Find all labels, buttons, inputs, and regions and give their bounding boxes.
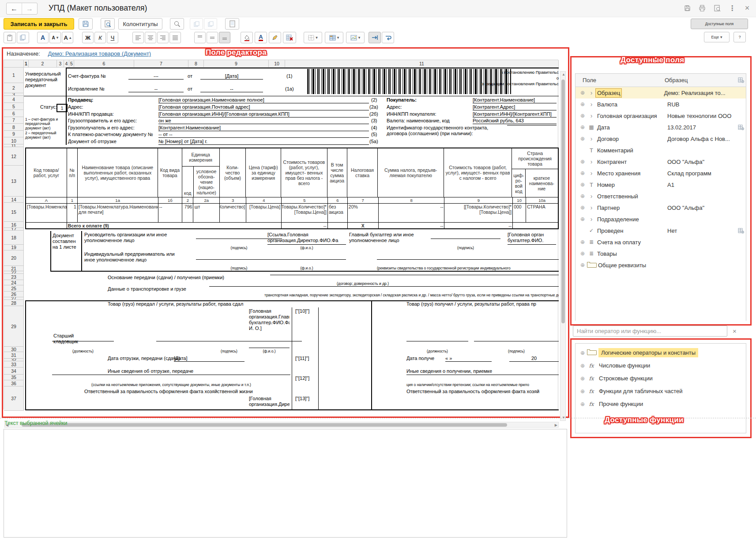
function-row[interactable]: ⊕ fx Числовые функции [575,359,746,372]
column-header-cell[interactable]: 3 [57,60,64,68]
buyer-inn-value[interactable]: [Контрагент.ИНН]/[Контрагент.КПП] [473,111,557,117]
row-header-cell[interactable]: 36 [4,380,24,386]
row-header-cell[interactable]: 29 [4,306,24,347]
expand-plus-icon[interactable]: ⊕ [578,388,587,394]
status-value[interactable]: 1 [56,104,68,112]
row-header-cell[interactable]: 25 [4,285,24,292]
edit-cell-button[interactable] [269,32,281,43]
valign-top-button[interactable] [194,32,206,43]
buyer-addr-value[interactable]: [Контрагент.Адрес] [473,104,557,110]
field-row[interactable]: ⊕ ▦ Дата 13.02.2017 [575,121,746,133]
data-row[interactable]: [Товары.Номенклатура.Код]1 [Товары.Номен… [26,203,558,222]
column-header-cell[interactable]: 4 [64,60,69,68]
editor-vertical-scrollbar[interactable]: ▲ ▼ [560,71,566,421]
headers-footers-button[interactable]: Колонтитулы [118,18,162,30]
forward-button[interactable]: → [22,3,37,14]
row-header-cell[interactable]: 1 [4,68,24,83]
save-icon[interactable] [683,4,692,12]
row-header-cell[interactable]: 10 [4,137,24,144]
column-header-cell[interactable]: 2 [29,60,57,68]
kebab-menu-icon[interactable]: ⋮ [728,4,737,12]
close-icon[interactable]: × [743,4,752,12]
function-row[interactable]: ⊕ fx Строковые функции [575,372,746,385]
horizontal-scroll-thumb[interactable] [22,423,507,427]
scroll-right-icon[interactable]: ▶ [555,423,557,427]
valign-middle-button[interactable] [207,32,218,43]
expand-plus-icon[interactable]: ⊕ [578,250,587,257]
row-header-cell[interactable]: 6 [4,110,24,117]
align-justify-button[interactable] [169,32,181,43]
field-row[interactable]: ⊕ ≣ Товары [575,248,746,259]
expand-plus-icon[interactable]: ⊕ [578,193,587,199]
print-icon[interactable] [698,4,707,12]
copy-format-button[interactable] [17,32,29,43]
merge-cells-dropdown[interactable]: ▾ [325,32,343,43]
expand-plus-icon[interactable]: ⊕ [578,101,587,107]
row-header-cell[interactable]: 4 [4,96,24,103]
align-right-button[interactable] [157,32,169,43]
expand-plus-icon[interactable]: ⊕ [578,205,587,211]
expand-plus-icon[interactable]: ⊕ [578,170,587,176]
invoice-value[interactable]: --- [128,73,184,80]
template-editor-area[interactable]: Поле редактора Назначение: Демо: Реализа… [2,47,569,418]
keeper-fio[interactable]: [Головная организация.Главный бухгалтер.… [249,308,290,348]
field-row[interactable]: ⊕ › Валюта RUB [575,99,746,110]
column-header-cell[interactable] [4,60,24,68]
col-sample-header[interactable]: Образец [665,77,736,83]
configure-icon[interactable] [736,125,746,130]
responsible-fio[interactable]: [Головная организация.Директор.ФИО.Фами [249,396,290,410]
correction-date[interactable]: -- [200,86,263,92]
expand-plus-icon[interactable]: ⊕ [578,182,587,188]
configure-icon[interactable] [736,77,746,83]
page-setup-button[interactable] [225,18,239,30]
expand-plus-icon[interactable]: ⊕ [578,350,587,356]
column-header-cell[interactable]: 6 [74,60,134,68]
row-header-cell[interactable]: 37 [4,386,24,411]
receive-date-quotes[interactable]: « » [445,356,492,362]
align-left-button[interactable] [132,32,144,43]
expand-plus-icon[interactable]: ⊕ [578,239,587,245]
column-header-cell[interactable]: 1 [24,60,29,68]
row-header-cell[interactable]: 18 [4,231,24,245]
row-header-cell[interactable]: 16 [4,222,24,228]
receive-year[interactable]: 20 [509,356,559,362]
assignment-link[interactable]: Демо: Реализация товаров (Документ) [48,50,151,57]
italic-button[interactable]: К [94,32,106,43]
expand-plus-icon[interactable]: ⊕ [578,90,587,96]
find-button[interactable] [170,18,184,30]
cell-text-area[interactable] [4,429,567,538]
row-header-cell[interactable]: 34 [4,368,24,375]
expand-plus-icon[interactable]: ⊕ [578,124,587,130]
row-header-cell[interactable]: 7 [4,117,24,124]
more-button[interactable]: Еще▾ [704,32,730,42]
function-search-input[interactable] [573,326,727,337]
row-header-cell[interactable]: 8 [4,124,24,131]
function-row[interactable]: ⊕ fx Прочие функции [575,398,746,410]
invoice-date[interactable]: [Дата] [200,73,263,80]
preview-icon[interactable] [713,4,722,12]
currency-value[interactable]: Российский рубль, 643 [473,118,557,124]
row-header-cell[interactable]: 24 [4,280,24,285]
ship-date-value[interactable]: [Дата] [174,356,244,362]
field-row[interactable]: ⊕ T Номер А1 [575,179,746,190]
row-header-cell[interactable]: 20 [4,250,24,266]
copy-doc-button[interactable] [190,18,203,30]
preview-button[interactable] [101,18,115,30]
expand-plus-icon[interactable]: ⊕ [578,216,587,222]
expand-plus-icon[interactable]: ⊕ [578,262,587,268]
column-header-cell[interactable]: 11 [285,60,559,68]
clear-search-icon[interactable]: × [733,327,737,335]
valign-bottom-button[interactable] [219,32,230,43]
field-row[interactable]: ⊕ › Партнер ООО "Альфа" [575,202,746,213]
available-fields-toggle[interactable]: Доступные поля [691,19,748,29]
row-header-cell[interactable]: 5 [4,103,24,110]
configure-icon[interactable] [736,228,746,234]
field-row[interactable]: ⊕ T Комментарий [575,144,746,156]
paste-button[interactable] [4,32,16,43]
row-header-cell[interactable]: 13 [4,166,24,197]
seller-inn-value[interactable]: [Головная организация.ИНН]/[Головная орг… [158,111,369,117]
row-header-cell[interactable]: 2 [4,83,24,93]
row-header-cell[interactable]: 33 [4,361,24,368]
head-fio[interactable]: [Ссылка.Головная организация.Директор.ФИ… [267,232,346,245]
bold-button[interactable]: Ж [82,32,94,43]
